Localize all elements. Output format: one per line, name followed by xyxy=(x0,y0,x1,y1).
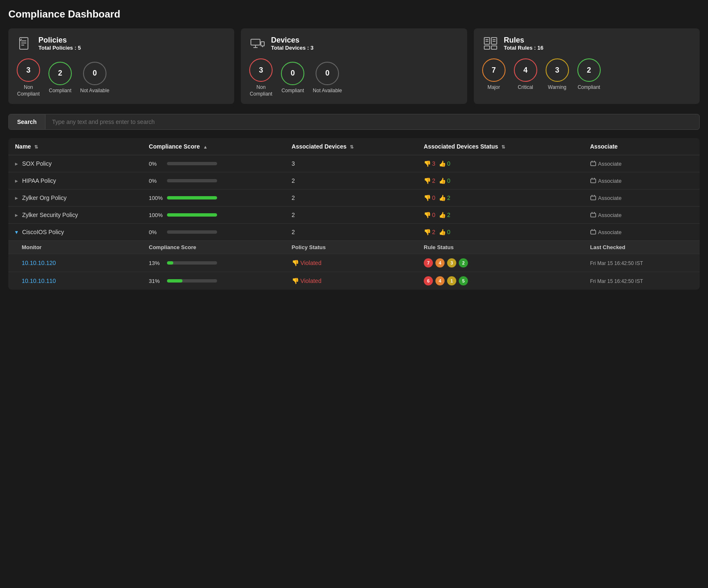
sox-policy-name: SOX Policy xyxy=(22,160,52,167)
policies-card-header: Policies Total Policies : 5 xyxy=(17,35,226,52)
hipaa-compliant: 👍 0 xyxy=(439,177,450,184)
sox-associate-cell: Associate xyxy=(584,155,700,172)
policies-total: Total Policies : 5 xyxy=(38,45,81,51)
col-associated-devices: Associated Devices ⇅ xyxy=(285,138,417,155)
policy-icon xyxy=(17,35,33,52)
monitor-link-110[interactable]: 10.10.10.110 xyxy=(22,278,56,284)
cisco-progress-bg xyxy=(167,230,217,234)
thumbup-icon: 👍 xyxy=(439,177,446,184)
badge-orange-110: 4 xyxy=(435,276,445,285)
col-name: Name ⇅ xyxy=(8,138,142,155)
devices-non-compliant-circle: 3 xyxy=(249,58,273,82)
associated-sort-icon[interactable]: ⇅ xyxy=(350,144,354,150)
sub-progress-fill-110 xyxy=(167,279,182,283)
sub-policy-status-120: 👎 Violated xyxy=(285,254,417,272)
compliance-sort-icon[interactable]: ▲ xyxy=(203,144,208,149)
hipaa-noncompliant: 👎 2 xyxy=(424,177,435,184)
zylker-org-expand-icon[interactable]: ▸ xyxy=(15,194,18,201)
zylker-sec-associate-btn[interactable]: Associate xyxy=(590,212,693,218)
svg-rect-19 xyxy=(591,196,596,200)
devices-not-available-label: Not Available xyxy=(313,88,342,94)
search-label: Search xyxy=(9,114,46,129)
sub-score-val-120: 13% xyxy=(149,260,164,266)
table-body: ▸ SOX Policy 0% 3 👎 3 xyxy=(8,155,700,290)
devices-icon xyxy=(249,35,266,52)
sox-associate-btn[interactable]: Associate xyxy=(590,161,693,167)
svg-rect-18 xyxy=(591,179,596,183)
rules-warning-circle: 3 xyxy=(546,58,569,82)
sub-rule-status-110: 6 4 1 5 xyxy=(417,272,583,290)
cisco-associate-btn[interactable]: Associate xyxy=(590,229,693,235)
rules-stats: 7 Major 4 Critical 3 Warning 2 Compliant xyxy=(482,58,691,91)
sox-score-cell: 0% xyxy=(142,155,285,172)
rules-compliant-label: Compliant xyxy=(578,84,600,91)
table-row: ▸ HIPAA Policy 0% 2 👎 2 xyxy=(8,172,700,189)
sub-progress-bg-110 xyxy=(167,279,217,283)
thumbdown-icon: 👎 xyxy=(424,160,431,167)
svg-rect-4 xyxy=(251,39,260,45)
sub-monitor-110[interactable]: 10.10.10.110 xyxy=(8,272,142,290)
badge-green-110: 5 xyxy=(459,276,468,285)
zylker-org-associate-btn[interactable]: Associate xyxy=(590,195,693,201)
zylker-org-name-cell: ▸ Zylker Org Policy xyxy=(8,189,142,207)
hipaa-associate-cell: Associate xyxy=(584,172,700,189)
sox-devices-cell: 3 xyxy=(285,155,417,172)
zylker-org-progress-bg xyxy=(167,196,217,199)
rules-major-label: Major xyxy=(488,84,500,91)
svg-rect-20 xyxy=(591,213,596,217)
zylker-org-score-cell: 100% xyxy=(142,189,285,207)
cisco-expand-icon[interactable]: ▾ xyxy=(15,229,18,235)
zylker-sec-progress-fill xyxy=(167,213,217,217)
devices-card-header: Devices Total Devices : 3 xyxy=(249,35,458,52)
rules-warning-label: Warning xyxy=(548,84,566,91)
badge-orange-120: 4 xyxy=(435,258,445,268)
zylker-sec-status-cell: 👎 0 👍 2 xyxy=(417,207,583,224)
zylker-sec-expand-icon[interactable]: ▸ xyxy=(15,212,18,218)
sox-name-cell: ▸ SOX Policy xyxy=(8,155,142,172)
status-sort-icon[interactable]: ⇅ xyxy=(501,144,505,150)
sox-expand-icon[interactable]: ▸ xyxy=(15,160,18,167)
sub-row-110: 10.10.10.110 31% 👎 Violated xyxy=(8,272,700,290)
name-sort-icon[interactable]: ⇅ xyxy=(34,144,38,150)
sox-status-cell: 👎 3 👍 0 xyxy=(417,155,583,172)
thumbup-icon: 👍 xyxy=(439,160,446,167)
devices-non-compliant-label: NonCompliant xyxy=(250,84,272,97)
sub-policy-status-110: 👎 Violated xyxy=(285,272,417,290)
badge-red-120: 7 xyxy=(424,258,433,268)
hipaa-associate-btn[interactable]: Associate xyxy=(590,178,693,184)
svg-rect-17 xyxy=(591,162,596,166)
rules-critical-label: Critical xyxy=(518,84,533,91)
timestamp-120: Fri Mar 15 16:42:50 IST xyxy=(590,260,643,266)
hipaa-progress-bg xyxy=(167,179,217,182)
devices-compliant-circle: 0 xyxy=(281,62,304,85)
policies-not-available-stat: 0 Not Available xyxy=(80,62,109,94)
monitor-link-120[interactable]: 10.10.10.120 xyxy=(22,260,56,266)
zylker-sec-devices-cell: 2 xyxy=(285,207,417,224)
search-input[interactable] xyxy=(46,114,699,129)
sox-compliant: 👍 0 xyxy=(439,160,450,167)
badge-green-120: 2 xyxy=(459,258,468,268)
devices-stats: 3 NonCompliant 0 Compliant 0 Not Availab… xyxy=(249,58,458,97)
sox-progress-bg xyxy=(167,162,217,165)
cisco-name-cell: ▾ CiscoIOS Policy xyxy=(8,224,142,241)
sub-monitor-120[interactable]: 10.10.10.120 xyxy=(8,254,142,272)
hipaa-expand-icon[interactable]: ▸ xyxy=(15,177,18,184)
sub-score-120: 13% xyxy=(142,254,285,272)
cisco-devices-cell: 2 xyxy=(285,224,417,241)
rules-card-header: Rules Total Rules : 16 xyxy=(482,35,691,52)
table-row: ▸ Zylker Org Policy 100% 2 👎 0 xyxy=(8,189,700,207)
sub-last-checked-110: Fri Mar 15 16:42:50 IST xyxy=(584,272,700,290)
rules-major-stat: 7 Major xyxy=(482,58,506,91)
hipaa-devices-cell: 2 xyxy=(285,172,417,189)
cisco-score-val: 0% xyxy=(149,229,164,235)
rules-total: Total Rules : 16 xyxy=(504,45,544,51)
devices-total: Total Devices : 3 xyxy=(271,45,314,51)
zylker-org-devices-cell: 2 xyxy=(285,189,417,207)
summary-cards: Policies Total Policies : 5 3 NonComplia… xyxy=(8,28,700,104)
page-title: Compliance Dashboard xyxy=(8,8,700,20)
svg-rect-11 xyxy=(484,46,490,49)
zylker-org-associate-cell: Associate xyxy=(584,189,700,207)
thumbdown-icon: 👎 xyxy=(292,278,299,284)
thumbup-icon: 👍 xyxy=(439,194,446,201)
table-row: ▸ Zylker Security Policy 100% 2 � xyxy=(8,207,700,224)
